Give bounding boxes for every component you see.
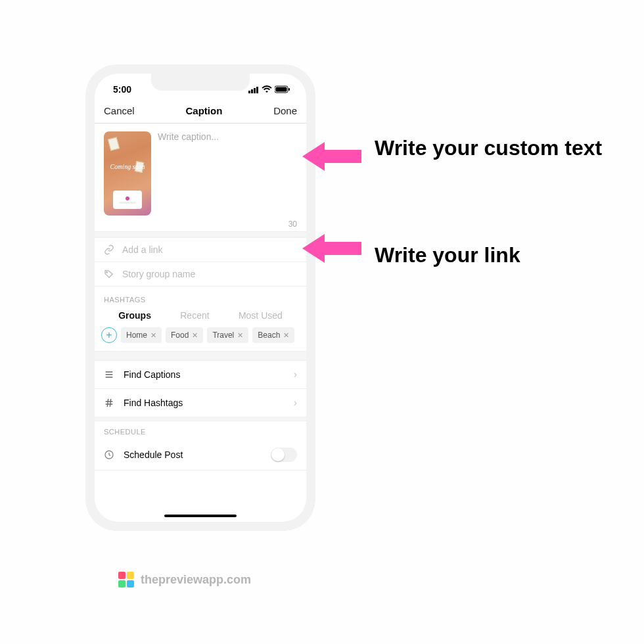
annotation-custom-text: Write your custom text: [375, 135, 602, 161]
close-icon[interactable]: ✕: [283, 331, 289, 340]
chevron-right-icon: ›: [294, 397, 297, 409]
close-icon[interactable]: ✕: [237, 331, 243, 340]
tab-most-used[interactable]: Most Used: [239, 310, 283, 321]
find-hashtags-row[interactable]: Find Hashtags ›: [95, 389, 306, 417]
nav-bar: Cancel Caption Done: [95, 100, 306, 124]
thumbnail-overlay-text: Coming soon: [104, 163, 151, 170]
chevron-right-icon: ›: [294, 369, 297, 380]
phone-frame: 5:00 Cancel Caption Done Coming soon 30: [85, 64, 315, 531]
list-icon: [104, 369, 114, 380]
link-row[interactable]: [95, 238, 306, 262]
char-count: 30: [95, 219, 306, 231]
hashtag-tabs: Groups Recent Most Used: [95, 308, 306, 327]
arrow-icon: [302, 138, 361, 175]
svg-rect-0: [248, 91, 250, 93]
svg-line-13: [107, 399, 108, 407]
svg-point-7: [106, 271, 108, 273]
svg-rect-5: [276, 87, 287, 92]
svg-line-14: [110, 399, 110, 407]
page-title: Caption: [186, 105, 223, 116]
arrow-icon: [302, 230, 361, 267]
svg-rect-3: [256, 87, 258, 93]
phone-notch: [151, 74, 250, 91]
caption-area: Coming soon: [95, 124, 306, 219]
svg-marker-16: [302, 142, 361, 171]
tag-icon: [104, 269, 114, 279]
separator: [95, 352, 306, 361]
close-icon[interactable]: ✕: [150, 331, 156, 340]
status-time: 5:00: [113, 84, 131, 95]
find-captions-row[interactable]: Find Captions ›: [95, 361, 306, 389]
app-logo-icon: [118, 572, 134, 587]
signal-icon: [248, 86, 259, 93]
hashtags-label: HASHTAGS: [95, 287, 306, 308]
clock-icon: [104, 449, 114, 460]
story-group-input[interactable]: [122, 269, 297, 279]
svg-rect-1: [251, 89, 253, 93]
footer-credit: thepreviewapp.com: [118, 572, 251, 587]
battery-icon: [275, 85, 290, 93]
svg-marker-17: [302, 234, 361, 263]
svg-rect-2: [254, 88, 256, 93]
phone-screen: 5:00 Cancel Caption Done Coming soon 30: [95, 74, 306, 522]
cancel-button[interactable]: Cancel: [104, 105, 135, 116]
schedule-post-row: Schedule Post: [95, 440, 306, 471]
find-captions-label: Find Captions: [124, 369, 285, 380]
status-icons: [248, 85, 290, 93]
footer-text: thepreviewapp.com: [141, 573, 251, 587]
tab-groups[interactable]: Groups: [118, 310, 151, 321]
separator: [95, 231, 306, 238]
post-thumbnail[interactable]: Coming soon: [104, 131, 151, 216]
close-icon[interactable]: ✕: [192, 331, 198, 340]
schedule-toggle[interactable]: [271, 448, 297, 462]
hashtag-icon: [104, 398, 114, 408]
chip-travel[interactable]: Travel✕: [207, 327, 248, 343]
wifi-icon: [262, 85, 272, 93]
schedule-label: SCHEDULE: [95, 421, 306, 440]
home-indicator[interactable]: [164, 515, 237, 517]
link-icon: [104, 244, 114, 255]
find-hashtags-label: Find Hashtags: [124, 398, 285, 408]
svg-rect-6: [288, 88, 290, 91]
tab-recent[interactable]: Recent: [180, 310, 209, 321]
annotation-link-text: Write your link: [375, 242, 520, 268]
done-button[interactable]: Done: [273, 105, 297, 116]
story-group-row[interactable]: [95, 262, 306, 287]
chip-beach[interactable]: Beach✕: [252, 327, 294, 343]
schedule-post-label: Schedule Post: [124, 449, 262, 460]
hashtag-chips: + Home✕ Food✕ Travel✕ Beach✕: [95, 327, 306, 352]
chip-food[interactable]: Food✕: [166, 327, 203, 343]
chip-home[interactable]: Home✕: [121, 327, 162, 343]
add-group-button[interactable]: +: [101, 327, 117, 343]
link-input[interactable]: [122, 244, 297, 255]
caption-input[interactable]: [158, 131, 297, 216]
